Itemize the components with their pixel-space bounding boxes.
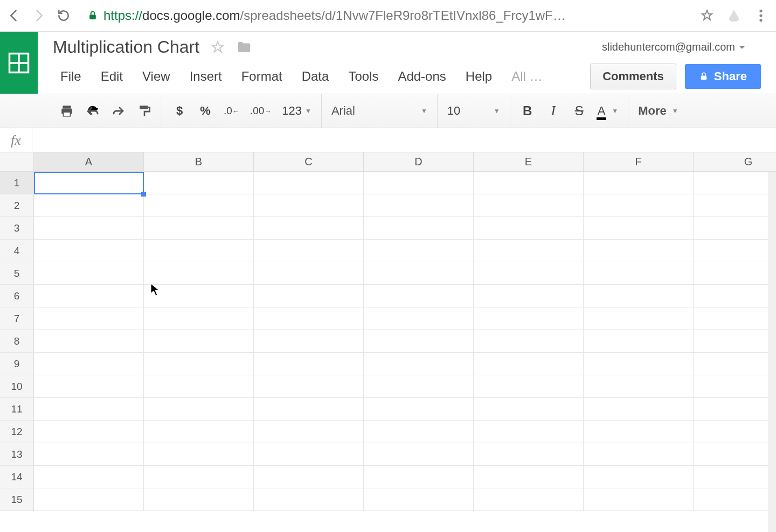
formula-input[interactable] [32,128,776,152]
column-header[interactable]: B [144,152,254,172]
selection-fill-handle[interactable] [141,192,146,197]
dropdown-arrow-icon: ▼ [421,107,427,115]
svg-rect-8 [63,106,71,108]
menu-overflow[interactable]: All … [502,64,552,89]
svg-rect-7 [701,76,707,80]
row-header[interactable]: 14 [0,466,34,488]
comments-button[interactable]: Comments [590,64,676,89]
svg-rect-11 [140,106,148,109]
formatting-toolbar: $ % .0← .00→ 123▼ Arial ▼ 10 ▼ B I S A▼ … [0,94,776,128]
lock-icon [699,72,709,81]
svg-point-3 [759,19,762,22]
menu-data[interactable]: Data [292,64,339,89]
bold-button[interactable]: B [520,103,535,118]
paint-format-icon[interactable] [137,104,152,118]
browser-menu-icon[interactable] [751,6,771,25]
user-email-text: slidehuntercom@gmail.com [602,41,735,53]
formula-bar: fx [0,128,776,152]
row-header[interactable]: 1 [0,172,34,194]
svg-point-1 [759,10,762,12]
vertical-scrollbar[interactable] [768,172,776,532]
row-header[interactable]: 12 [0,421,34,443]
svg-rect-10 [64,112,71,116]
format-percent-button[interactable]: % [198,104,213,118]
menu-view[interactable]: View [133,64,180,89]
app-header: Multiplication Chart slidehuntercom@gmai… [0,32,776,94]
more-formats-button[interactable]: 123▼ [282,104,311,118]
move-to-folder-icon[interactable] [236,39,252,55]
browser-url-bar[interactable]: https://docs.google.com/spreadsheets/d/1… [80,5,690,26]
row-header[interactable]: 4 [0,240,34,262]
row-header[interactable]: 9 [0,353,34,375]
format-currency-button[interactable]: $ [172,104,187,118]
decrease-decimal-button[interactable]: .0← [224,105,239,117]
row-header[interactable]: 6 [0,285,34,307]
row-header[interactable]: 13 [0,443,34,466]
row-headers: 1 2 3 4 5 6 7 8 9 10 11 12 13 14 15 [0,172,34,511]
browser-back-button[interactable] [5,7,23,24]
bookmark-star-icon[interactable] [697,6,717,25]
menu-tools[interactable]: Tools [338,64,388,89]
column-header[interactable]: E [474,152,584,172]
column-header[interactable]: D [364,152,474,172]
drive-icon[interactable] [724,6,744,25]
select-all-corner[interactable] [0,152,34,172]
column-header[interactable]: A [34,152,144,172]
redo-icon[interactable] [111,106,126,116]
dropdown-arrow-icon: ▼ [494,107,500,115]
url-protocol: https:// [103,8,142,23]
row-header[interactable]: 3 [0,217,34,240]
url-path: /spreadsheets/d/1Nvw7FleR9ro8rTEtIVnxl86… [240,8,566,23]
column-header[interactable]: C [254,152,364,172]
row-header[interactable]: 8 [0,330,34,353]
url-domain: docs.google.com [142,8,240,23]
menu-edit[interactable]: Edit [91,64,133,89]
row-header[interactable]: 15 [0,488,34,511]
browser-forward-button[interactable] [30,7,47,24]
menu-insert[interactable]: Insert [180,64,232,89]
menu-bar: File Edit View Insert Format Data Tools … [38,64,776,89]
share-button[interactable]: Share [685,64,761,89]
print-icon[interactable] [59,104,74,118]
menu-help[interactable]: Help [456,64,502,89]
strikethrough-button[interactable]: S [572,103,587,118]
dropdown-arrow-icon [738,44,746,51]
increase-decimal-button[interactable]: .00→ [250,105,271,117]
font-family-select[interactable]: Arial [331,104,407,118]
column-header[interactable]: G [694,152,776,172]
menu-format[interactable]: Format [232,64,292,89]
svg-rect-0 [89,15,96,19]
lock-icon [87,10,98,21]
share-label: Share [714,69,747,83]
undo-icon[interactable] [85,104,100,118]
italic-button[interactable]: I [546,103,561,119]
row-header[interactable]: 11 [0,398,34,421]
row-header[interactable]: 2 [0,194,34,217]
text-color-button[interactable]: A▼ [598,104,619,118]
toolbar-more-button[interactable]: More▼ [638,104,678,118]
browser-toolbar: https://docs.google.com/spreadsheets/d/1… [0,0,776,32]
svg-point-2 [759,14,762,17]
menu-file[interactable]: File [51,64,91,89]
fx-label: fx [0,128,32,152]
row-header[interactable]: 7 [0,307,34,330]
column-headers: A B C D E F G [34,152,776,172]
row-header[interactable]: 5 [0,262,34,285]
document-title[interactable]: Multiplication Chart [53,37,199,57]
font-size-select[interactable]: 10 [447,104,480,118]
cell-area[interactable] [34,172,776,511]
star-document-icon[interactable] [210,40,225,55]
sheets-logo[interactable] [0,32,38,94]
row-header[interactable]: 10 [0,375,34,398]
column-header[interactable]: F [584,152,694,172]
menu-addons[interactable]: Add-ons [388,64,455,89]
spreadsheet-grid: A B C D E F G 1 2 3 4 5 6 7 8 9 10 11 [0,152,776,532]
browser-reload-button[interactable] [55,7,72,24]
user-account-menu[interactable]: slidehuntercom@gmail.com [602,41,761,53]
